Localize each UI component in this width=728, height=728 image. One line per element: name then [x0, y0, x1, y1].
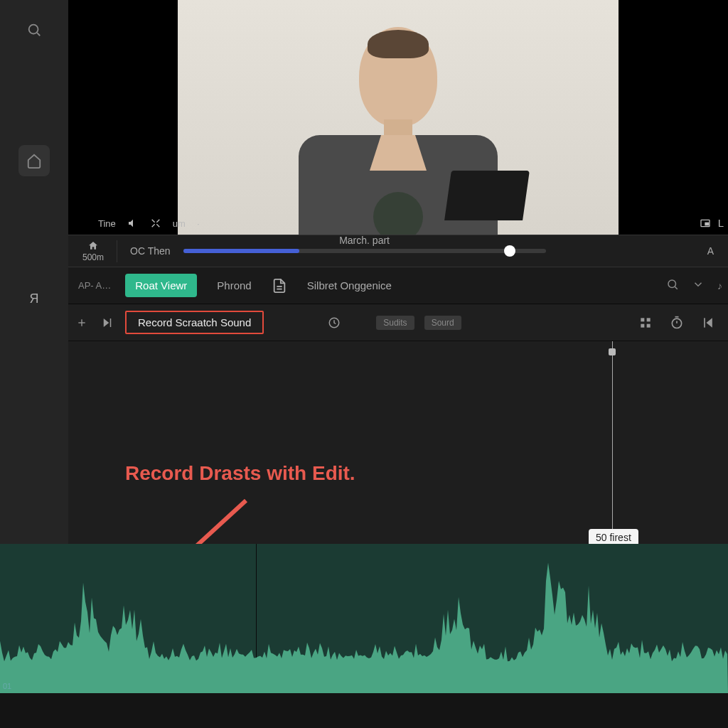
volume-icon[interactable]	[127, 218, 139, 229]
tabs-extra-icon[interactable]: ♪	[717, 280, 722, 291]
video-preview: Tine um · L	[68, 0, 728, 235]
svg-marker-10	[104, 318, 109, 327]
skip-start-icon[interactable]	[701, 316, 715, 330]
svg-line-1	[37, 33, 40, 36]
svg-point-6	[668, 280, 676, 288]
clock-icon[interactable]	[326, 316, 342, 329]
svg-rect-20	[704, 318, 705, 327]
rail-text-icon[interactable]: Я	[18, 283, 50, 314]
svg-rect-16	[647, 323, 651, 327]
svg-marker-21	[707, 318, 712, 327]
um-label: um	[173, 218, 186, 229]
grid-icon[interactable]	[638, 316, 653, 330]
annotation-text: Record Drasts with Edit.	[125, 462, 355, 485]
dot-label: ·	[197, 218, 200, 229]
footer-bar	[0, 693, 728, 728]
svg-rect-11	[110, 318, 112, 327]
wave-label: 01	[3, 682, 11, 690]
video-frame[interactable]	[178, 0, 619, 235]
tabs-row: AP- A… Roat Viewr Phrond Silbret Onggeni…	[68, 267, 728, 304]
tab-silbret[interactable]: Silbret Onggenice	[297, 274, 402, 297]
playhead-grip[interactable]	[609, 348, 616, 355]
home-icon[interactable]	[18, 145, 50, 176]
expand-icon[interactable]	[150, 218, 161, 229]
svg-rect-14	[647, 318, 651, 321]
info-row: 500m OC Then March. part A	[68, 235, 728, 267]
pip-icon[interactable]	[700, 218, 711, 229]
preview-controls-left: Tine um ·	[98, 218, 200, 229]
info-right-char: A	[707, 245, 714, 257]
waveform-track[interactable]: 01	[0, 544, 728, 693]
svg-rect-15	[641, 323, 644, 327]
l-label: L	[718, 217, 724, 229]
time-label: Tine	[98, 218, 116, 229]
svg-rect-3	[705, 223, 709, 225]
plus-icon[interactable]	[74, 317, 90, 328]
home-zoom[interactable]: 500m	[82, 240, 117, 262]
progress-mid-label: March. part	[339, 235, 390, 246]
svg-line-7	[675, 287, 677, 289]
track-header-row: Record Scraatch Sound Sudits Sourd	[68, 304, 728, 341]
progress-handle[interactable]	[504, 245, 515, 257]
info-left-label: OC Then	[130, 245, 171, 257]
skip-forward-icon[interactable]	[100, 316, 115, 329]
tab-short-label: AP- A…	[74, 280, 115, 291]
record-scratch-button[interactable]: Record Scraatch Sound	[125, 311, 264, 334]
preview-controls-right: L	[700, 217, 724, 229]
tabs-search-icon[interactable]	[666, 278, 679, 294]
timer-icon[interactable]	[670, 316, 684, 330]
svg-point-0	[29, 25, 38, 34]
pill-sourd[interactable]: Sourd	[424, 316, 461, 330]
search-icon[interactable]	[18, 14, 50, 46]
pill-sudits[interactable]: Sudits	[376, 316, 414, 330]
tab-roat-viewer[interactable]: Roat Viewr	[125, 274, 197, 297]
svg-rect-13	[641, 318, 644, 321]
document-icon[interactable]	[272, 278, 287, 294]
tab-phrond[interactable]: Phrond	[207, 274, 261, 297]
chevron-down-icon[interactable]	[692, 278, 705, 294]
progress-bar[interactable]: March. part	[183, 249, 546, 253]
